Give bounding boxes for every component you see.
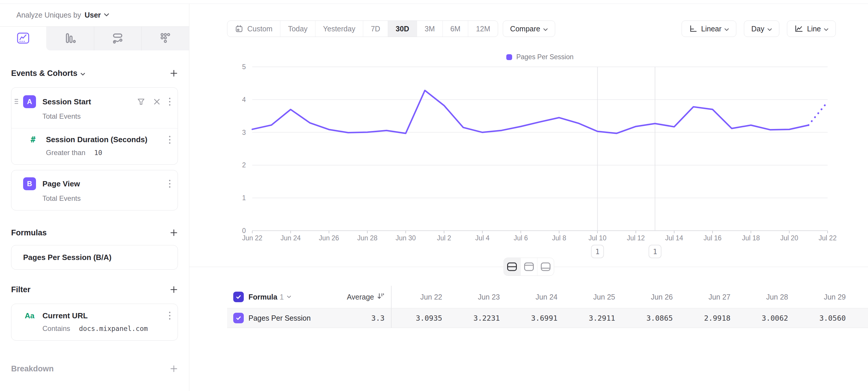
event-letter-badge: B [23, 177, 36, 190]
svg-text:Jun 28: Jun 28 [357, 234, 377, 242]
events-cohorts-title: Events & Cohorts [11, 69, 85, 78]
svg-text:Jun 24: Jun 24 [281, 234, 301, 242]
tab-flow-chart[interactable] [94, 27, 142, 50]
tab-bar-chart[interactable] [46, 27, 94, 50]
event-card-session-start: A Session Start Total Events # [11, 87, 178, 165]
filter-title: Filter [11, 285, 30, 294]
kebab-menu-icon[interactable] [168, 135, 171, 144]
select-all-checkbox[interactable] [233, 291, 244, 302]
property-value[interactable]: 10 [94, 149, 102, 157]
event-letter-badge: A [23, 95, 36, 108]
event-title[interactable]: Page View [42, 179, 161, 189]
date-column-header[interactable]: Jun 24 [507, 293, 564, 301]
svg-text:0: 0 [242, 227, 246, 234]
toggle-split-view[interactable] [504, 258, 520, 276]
string-property-icon: Aa [23, 311, 36, 320]
toggle-chart-view[interactable] [520, 258, 537, 276]
row-value: 2.9918 [680, 314, 738, 323]
svg-text:5: 5 [242, 63, 246, 71]
row-value: 3.0865 [622, 314, 680, 323]
svg-text:Jul 6: Jul 6 [514, 234, 528, 242]
svg-text:Jul 16: Jul 16 [704, 234, 721, 242]
svg-text:Jul 14: Jul 14 [665, 234, 683, 242]
row-checkbox[interactable] [233, 313, 244, 323]
breakdown-title: Breakdown [11, 364, 54, 373]
table-row[interactable]: Pages Per Session 3.3 3.0935 3.2231 3.69… [227, 308, 868, 328]
svg-text:Jun 26: Jun 26 [319, 234, 339, 242]
row-value: 3.0560 [795, 314, 853, 323]
filter-value[interactable]: docs.mixpanel.com [79, 325, 148, 332]
row-series-name: Pages Per Session [248, 314, 311, 323]
add-formula-button[interactable] [170, 229, 178, 237]
tab-line-chart[interactable] [0, 27, 46, 50]
add-filter-button[interactable] [170, 285, 178, 294]
chevron-down-icon[interactable] [81, 69, 85, 78]
results-table: Formula 1 Average [227, 286, 868, 328]
remove-event-icon[interactable] [153, 98, 161, 106]
series-column-number: 1 [280, 293, 284, 301]
average-column-header[interactable]: Average [347, 292, 391, 302]
svg-text:Jul 12: Jul 12 [627, 234, 645, 242]
tab-metric-grid[interactable] [141, 27, 189, 50]
line-chart-icon [17, 31, 30, 46]
drag-handle-icon[interactable] [14, 98, 19, 106]
date-column-header[interactable]: Jun 28 [738, 293, 795, 301]
chevron-down-icon[interactable] [287, 294, 291, 300]
svg-text:2: 2 [242, 161, 246, 169]
filter-card-current-url: Aa Current URL Contains docs.mixpanel.co… [11, 304, 178, 341]
kebab-menu-icon[interactable] [168, 311, 171, 320]
event-title[interactable]: Session Start [42, 97, 129, 106]
formula-card[interactable]: Pages Per Session (B/A) [11, 245, 178, 270]
chevron-down-icon[interactable] [104, 12, 109, 18]
svg-text:Jul 18: Jul 18 [742, 234, 760, 242]
line-chart[interactable]: 012345Jun 22Jun 24Jun 26Jun 28Jun 30Jul … [189, 32, 868, 266]
row-value: 3.2911 [564, 314, 622, 323]
date-column-header[interactable]: Jun 27 [680, 293, 738, 301]
table-header-row: Formula 1 Average [227, 286, 868, 308]
property-operator[interactable]: Greater than [46, 148, 86, 157]
filter-section-header: Filter [11, 283, 178, 296]
formulas-section-header: Formulas [11, 226, 178, 239]
svg-text:Jul 8: Jul 8 [552, 234, 566, 242]
layout-toggle [503, 258, 554, 276]
filter-operator[interactable]: Contains [42, 325, 70, 333]
series-column-label[interactable]: Formula [248, 293, 277, 301]
row-value: 3.0062 [738, 314, 795, 323]
date-column-header[interactable]: Jun 26 [622, 293, 680, 301]
date-column-header[interactable]: Jun 23 [449, 293, 507, 301]
sidebar-content: Events & Cohorts A Session Start [0, 67, 189, 375]
add-breakdown-button[interactable] [170, 365, 178, 373]
filter-funnel-icon[interactable] [137, 97, 146, 106]
report-main: Custom Today Yesterday 7D 30D 3M 6M 12M … [189, 4, 868, 391]
property-title[interactable]: Session Duration (Seconds) [46, 135, 161, 144]
row-average-value: 3.3 [371, 314, 391, 323]
metric-grid-icon [159, 32, 172, 46]
filter-property-title[interactable]: Current URL [42, 311, 161, 320]
svg-text:1: 1 [595, 248, 599, 256]
analyze-uniques-header: Analyze Uniques by User [0, 4, 189, 27]
add-event-button[interactable] [170, 69, 178, 77]
svg-text:Jul 20: Jul 20 [780, 234, 798, 242]
event-aggregation[interactable]: Total Events [11, 190, 178, 210]
kebab-menu-icon[interactable] [168, 179, 171, 189]
row-value: 3.6991 [507, 314, 564, 323]
event-card-page-view: B Page View Total Events [11, 170, 178, 211]
svg-text:Jun 22: Jun 22 [242, 234, 262, 242]
chart-type-tabs [0, 27, 189, 50]
date-column-header[interactable]: Jun 29 [795, 293, 853, 301]
svg-text:Jul 22: Jul 22 [818, 234, 836, 242]
kebab-menu-icon[interactable] [168, 97, 171, 106]
analyze-uniques-value[interactable]: User [85, 11, 101, 19]
svg-text:4: 4 [242, 96, 246, 104]
event-aggregation[interactable]: Total Events [11, 108, 178, 128]
svg-text:Jul 4: Jul 4 [475, 234, 490, 242]
bar-chart-icon [63, 32, 76, 46]
svg-text:Jul 2: Jul 2 [437, 234, 451, 242]
toggle-table-view[interactable] [537, 258, 554, 276]
svg-text:1: 1 [653, 248, 657, 256]
breakdown-section-header: Breakdown [11, 362, 178, 375]
date-column-header[interactable]: Jun 22 [392, 293, 449, 301]
date-column-header[interactable]: Jun 25 [564, 293, 622, 301]
query-sidebar: Analyze Uniques by User [0, 4, 189, 391]
svg-text:Jun 30: Jun 30 [396, 234, 416, 242]
